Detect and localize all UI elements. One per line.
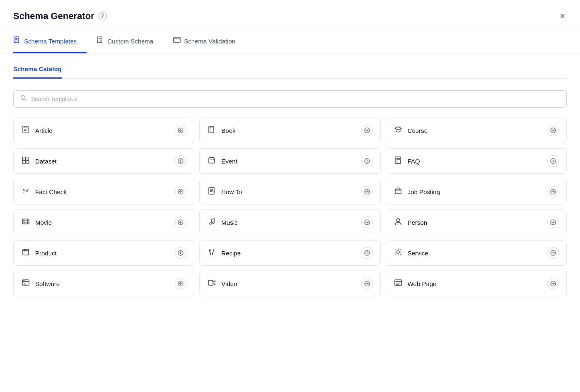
card-label-dataset: Dataset (35, 158, 57, 165)
card-software[interactable]: Software (13, 271, 194, 296)
event-icon (207, 156, 216, 166)
svg-point-72 (210, 223, 211, 224)
svg-point-95 (23, 280, 24, 281)
svg-rect-28 (23, 157, 26, 160)
card-recipe[interactable]: Recipe (199, 240, 380, 266)
add-event-button[interactable] (361, 155, 373, 167)
card-left-movie: Movie (21, 218, 52, 227)
svg-rect-59 (395, 189, 401, 194)
card-left-person: Person (394, 218, 428, 227)
card-label-book: Book (221, 127, 235, 134)
add-dataset-button[interactable] (175, 155, 186, 167)
product-icon (21, 248, 30, 258)
card-left-software: Software (21, 279, 60, 289)
svg-point-8 (174, 38, 175, 38)
add-software-button[interactable] (175, 278, 186, 289)
section-tab-catalog[interactable]: Schema Catalog (13, 65, 62, 79)
add-book-button[interactable] (361, 125, 373, 136)
search-input[interactable] (31, 96, 560, 102)
svg-rect-19 (209, 126, 214, 133)
add-course-button[interactable] (547, 125, 559, 136)
video-icon (207, 279, 216, 289)
card-label-person: Person (408, 219, 428, 226)
add-web-page-button[interactable] (547, 278, 559, 289)
svg-point-89 (397, 251, 399, 253)
card-web-page[interactable]: Web Page (386, 271, 567, 296)
card-left-book: Book (207, 126, 235, 135)
card-left-dataset: Dataset (21, 156, 57, 166)
dataset-icon (21, 156, 30, 166)
tab-schema-templates[interactable]: Schema Templates (13, 30, 87, 53)
card-label-how-to: How To (221, 188, 242, 195)
course-icon (394, 126, 403, 135)
card-label-recipe: Recipe (221, 250, 241, 257)
add-person-button[interactable] (547, 216, 559, 228)
add-recipe-button[interactable] (361, 247, 373, 259)
card-job-posting[interactable]: Job Posting (386, 179, 567, 204)
svg-rect-4 (97, 37, 102, 43)
add-movie-button[interactable] (175, 216, 186, 228)
article-icon (21, 126, 30, 135)
add-job-posting-button[interactable] (547, 186, 559, 197)
card-left-event: Event (207, 156, 237, 166)
card-how-to[interactable]: ? How To (199, 179, 380, 204)
search-bar (13, 90, 567, 108)
svg-rect-29 (26, 157, 29, 160)
close-button[interactable]: × (558, 10, 567, 22)
tab-schema-validation[interactable]: Schema Validation (173, 30, 245, 53)
add-music-button[interactable] (361, 216, 373, 228)
card-video[interactable]: Video (199, 271, 380, 296)
book-icon (207, 126, 216, 135)
tabs-bar: Schema Templates Custom Schema (0, 29, 580, 53)
card-left-service: Service (394, 248, 428, 258)
modal-title-area: Schema Generator ? (13, 11, 107, 22)
svg-point-77 (396, 219, 400, 222)
add-video-button[interactable] (361, 278, 373, 289)
svg-point-73 (213, 222, 214, 224)
card-left-fact-check: Fact Check (21, 187, 67, 197)
card-left-music: Music (207, 218, 237, 227)
add-faq-button[interactable] (547, 155, 559, 167)
card-faq[interactable]: FAQ (386, 148, 567, 174)
card-label-music: Music (221, 219, 237, 226)
card-label-software: Software (35, 280, 60, 287)
music-icon (207, 218, 216, 227)
card-left-job-posting: Job Posting (394, 187, 440, 197)
svg-rect-106 (395, 280, 401, 286)
card-service[interactable]: Service (386, 240, 567, 266)
svg-rect-31 (26, 160, 29, 163)
card-left-article: Article (21, 126, 53, 135)
movie-icon (21, 218, 30, 227)
job-posting-icon (394, 187, 403, 197)
card-course[interactable]: Course (386, 118, 567, 143)
card-left-web-page: Web Page (394, 279, 437, 289)
schema-validation-icon (173, 36, 181, 46)
add-fact-check-button[interactable] (175, 186, 186, 197)
svg-point-9 (176, 38, 176, 38)
card-product[interactable]: Product (13, 240, 194, 266)
card-label-video: Video (221, 280, 237, 287)
card-music[interactable]: Music (199, 209, 380, 235)
svg-rect-102 (208, 280, 213, 285)
help-icon[interactable]: ? (99, 12, 107, 20)
add-article-button[interactable] (175, 125, 186, 136)
svg-rect-41 (395, 157, 401, 164)
card-movie[interactable]: Movie (13, 209, 194, 235)
card-dataset[interactable]: Dataset (13, 148, 194, 174)
tab-custom-schema[interactable]: Custom Schema (97, 30, 163, 53)
add-how-to-button[interactable] (361, 186, 373, 197)
card-left-faq: FAQ (394, 156, 420, 166)
card-book[interactable]: Book (199, 118, 380, 143)
tab-schema-validation-label: Schema Validation (184, 38, 235, 45)
card-label-web-page: Web Page (408, 280, 437, 287)
add-product-button[interactable] (175, 247, 186, 259)
card-fact-check[interactable]: Fact Check (13, 179, 194, 204)
add-service-button[interactable] (547, 247, 559, 259)
svg-point-35 (210, 159, 210, 160)
fact-check-icon (21, 187, 30, 197)
card-article[interactable]: Article (13, 118, 194, 143)
card-event[interactable]: Event (199, 148, 380, 174)
card-person[interactable]: Person (386, 209, 567, 235)
card-label-fact-check: Fact Check (35, 188, 67, 195)
recipe-icon (207, 248, 216, 258)
